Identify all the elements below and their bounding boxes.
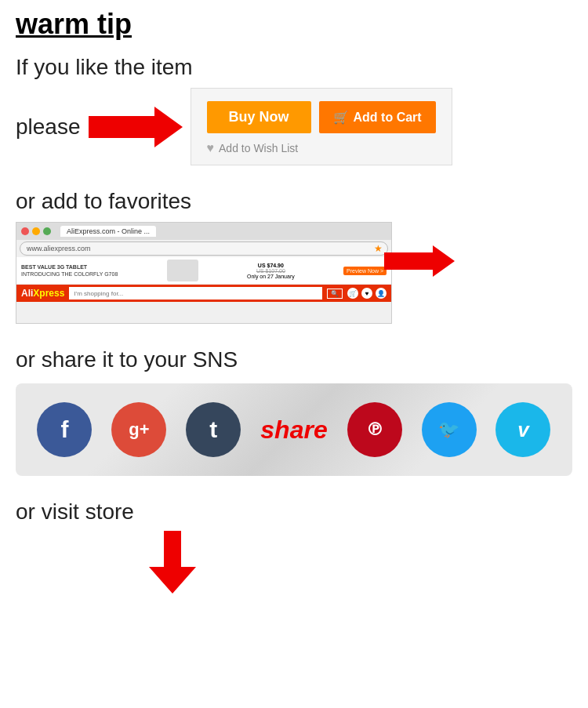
ali-search-button[interactable]: 🔍 [327,289,343,299]
buttons-row: Buy Now 🛒 Add to Cart [207,101,436,133]
browser-address-bar: www.aliexpress.com ★ [20,241,388,256]
page-title: warm tip [16,8,572,41]
facebook-icon[interactable]: f [37,402,92,457]
ali-logo: AliXpress [21,288,64,299]
browser-max-dot [43,227,51,235]
purchase-buttons-area: Buy Now 🛒 Add to Cart ♥ Add to Wish List [191,88,452,165]
ad-title: BEST VALUE 3G TABLET [21,263,118,270]
ali-nav-bar: AliXpress 🔍 🛒 ♥ 👤 [16,285,391,302]
browser-close-dot [21,227,29,235]
tumblr-icon[interactable]: t [186,402,241,457]
browser-min-dot [32,227,40,235]
browser-screenshot: AliExpress.com - Online ... www.aliexpre… [16,222,392,324]
ali-cart-icon: 🛒 [347,288,358,299]
right-arrow-icon [89,107,183,147]
ali-search-input[interactable] [69,287,322,300]
ali-user-icon: 👤 [376,288,387,299]
ad-old-price: US $107.00 [247,268,295,274]
favorites-area: AliExpress.com - Online ... www.aliexpre… [16,222,572,324]
star-icon: ★ [374,243,383,254]
section-buy: If you like the item please Buy Now 🛒 Ad… [16,55,572,165]
buy-now-button[interactable]: Buy Now [207,101,311,133]
please-row: please Buy Now 🛒 Add to Cart ♥ Add to Wi… [16,88,572,165]
favorites-text: or add to favorites [16,189,572,214]
sns-text: or share it to your SNS [16,347,572,372]
browser-url: www.aliexpress.com [27,245,91,252]
ali-icon-group: 🛒 ♥ 👤 [347,288,387,299]
down-arrow-icon [149,531,196,594]
browser-title-bar: AliExpress.com - Online ... [16,223,391,240]
twitter-icon[interactable]: 🐦 [422,402,477,457]
share-label: share [260,416,327,445]
down-arrow-area [16,531,572,594]
ali-wish-icon: ♥ [361,288,372,299]
store-text: or visit store [16,499,572,525]
vimeo-icon[interactable]: v [495,402,550,457]
ad-preview-btn[interactable]: Preview Now > [343,267,387,275]
wish-list-row[interactable]: ♥ Add to Wish List [207,141,436,155]
favorites-arrow-area [384,245,455,277]
section-store: or visit store [16,499,572,594]
favorites-arrow-icon [384,245,455,277]
browser-tab-label: AliExpress.com - Online ... [60,226,156,237]
google-plus-icon[interactable]: g+ [111,402,166,457]
please-label: please [16,114,81,140]
sns-icons-area: f g+ t share ℗ 🐦 v [16,383,572,476]
ad-subtitle: INTRODUCING THE COLORFLY G708 [21,270,118,278]
section-sns: or share it to your SNS f g+ t share ℗ 🐦… [16,347,572,476]
pinterest-icon[interactable]: ℗ [347,402,402,457]
add-to-cart-button[interactable]: 🛒 Add to Cart [319,101,436,133]
ad-price: US $74.90 [247,263,295,268]
cart-icon: 🛒 [333,110,349,125]
section-favorites: or add to favorites AliExpress.com - Onl… [16,189,572,324]
heart-icon: ♥ [207,141,215,155]
ad-image [167,260,198,281]
wish-list-label: Add to Wish List [219,142,298,154]
ad-date: Only on 27 January [247,274,295,279]
add-to-cart-label: Add to Cart [354,111,422,125]
buy-line1-text: If you like the item [16,55,572,80]
